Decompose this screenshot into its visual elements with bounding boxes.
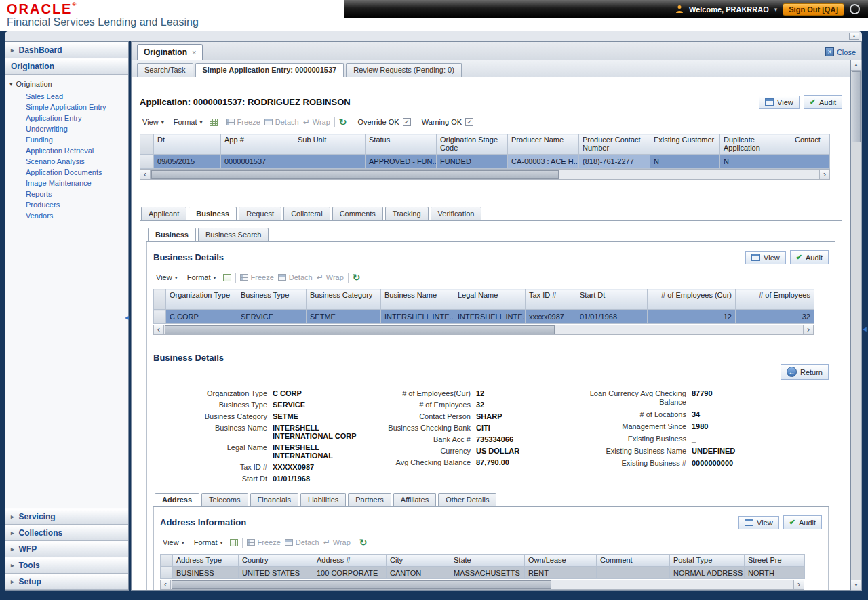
- tab-close-icon[interactable]: ×: [192, 48, 196, 56]
- sidebar-item-simple-application-entry[interactable]: Simple Application Entry: [9, 102, 124, 113]
- view-menu[interactable]: View▾: [153, 272, 180, 283]
- tab-collateral[interactable]: Collateral: [283, 207, 330, 220]
- tab-review-requests[interactable]: Review Requests (Pending: 0): [346, 63, 462, 77]
- column-header[interactable]: City: [387, 555, 450, 567]
- tree-expand-icon[interactable]: ▾: [9, 81, 13, 87]
- sidebar-section-dashboard[interactable]: ▸DashBoard: [5, 42, 128, 58]
- column-header[interactable]: Sub Unit: [294, 134, 366, 155]
- sign-out-button[interactable]: Sign Out [QA]: [783, 3, 844, 16]
- format-menu[interactable]: Format▾: [184, 272, 219, 283]
- audit-button[interactable]: ✔Audit: [790, 250, 829, 264]
- scroll-up-button[interactable]: ▲: [851, 60, 861, 71]
- sidebar-item-reports[interactable]: Reports: [9, 188, 124, 199]
- sidebar-section-setup[interactable]: ▸Setup: [5, 574, 128, 590]
- scrollbar-track[interactable]: [851, 143, 861, 580]
- sidebar-section-servicing[interactable]: ▸Servicing: [5, 508, 128, 525]
- column-header[interactable]: Address Type: [173, 555, 239, 567]
- detach-button[interactable]: Detach: [285, 538, 319, 546]
- tree-root-origination[interactable]: ▾Origination: [9, 80, 124, 88]
- freeze-button[interactable]: Freeze: [226, 118, 260, 126]
- tab-origination-document[interactable]: Origination×: [137, 44, 203, 60]
- tab-other-details[interactable]: Other Details: [438, 493, 496, 506]
- column-header[interactable]: Business Type: [237, 289, 307, 310]
- application-row[interactable]: 09/05/2015 0000001537 APPROVED - FUN... …: [140, 155, 830, 169]
- sidebar-collapse-handle[interactable]: ◀: [125, 315, 129, 321]
- tab-request[interactable]: Request: [239, 207, 281, 220]
- row-selector-cell[interactable]: [140, 155, 154, 169]
- tab-address[interactable]: Address: [155, 493, 199, 506]
- sidebar-item-application-retrieval[interactable]: Application Retrieval: [9, 145, 124, 156]
- scroll-down-button[interactable]: ▼: [851, 580, 861, 590]
- wrap-button[interactable]: ↵Wrap: [303, 117, 330, 127]
- scrollbar-thumb[interactable]: [151, 170, 559, 179]
- scroll-right-button[interactable]: ›: [819, 170, 829, 179]
- sidebar-item-sales-lead[interactable]: Sales Lead: [9, 91, 124, 102]
- tab-search-task[interactable]: Search/Task: [137, 63, 193, 77]
- tab-partners[interactable]: Partners: [348, 493, 391, 506]
- override-ok-checkbox[interactable]: ✓: [403, 118, 411, 126]
- refresh-icon[interactable]: ↻: [359, 538, 368, 547]
- tab-business-search[interactable]: Business Search: [198, 228, 269, 241]
- column-header[interactable]: Tax ID #: [526, 289, 576, 310]
- tab-telecoms[interactable]: Telecoms: [201, 493, 248, 506]
- column-header[interactable]: Own/Lease: [525, 555, 597, 567]
- view-menu[interactable]: View▾: [140, 117, 167, 127]
- export-grid-icon[interactable]: [210, 119, 218, 126]
- tab-comments[interactable]: Comments: [332, 207, 383, 220]
- export-grid-icon[interactable]: [223, 274, 231, 281]
- sidebar-item-application-entry[interactable]: Application Entry: [9, 113, 124, 123]
- tab-liabilities[interactable]: Liabilities: [300, 493, 346, 506]
- row-selector-cell[interactable]: [154, 310, 166, 324]
- column-header[interactable]: Postal Type: [670, 555, 745, 567]
- tab-simple-application-entry[interactable]: Simple Application Entry: 0000001537: [195, 63, 344, 77]
- close-button[interactable]: ×Close: [825, 47, 856, 56]
- business-horizontal-scrollbar[interactable]: ‹ ›: [153, 325, 814, 335]
- tab-business-detail[interactable]: Business: [148, 228, 196, 241]
- application-horizontal-scrollbar[interactable]: ‹ ›: [140, 169, 830, 180]
- sidebar-item-application-documents[interactable]: Application Documents: [9, 167, 124, 178]
- sidebar-item-producers[interactable]: Producers: [9, 199, 124, 210]
- column-header[interactable]: # of Employees: [736, 289, 814, 310]
- warning-ok-checkbox[interactable]: ✓: [465, 118, 473, 126]
- column-header[interactable]: Status: [366, 134, 437, 155]
- user-menu-caret-icon[interactable]: ▾: [774, 6, 778, 13]
- tab-financials[interactable]: Financials: [250, 493, 299, 506]
- wrap-button[interactable]: ↵Wrap: [317, 273, 344, 282]
- audit-button[interactable]: ✔Audit: [783, 515, 822, 529]
- column-header[interactable]: Legal Name: [454, 289, 526, 310]
- column-header[interactable]: Dt: [154, 134, 221, 155]
- format-menu[interactable]: Format▾: [191, 537, 226, 548]
- scrollbar-thumb[interactable]: [165, 325, 555, 334]
- sidebar-section-origination[interactable]: Origination: [5, 58, 128, 75]
- column-header[interactable]: Contact: [791, 134, 830, 155]
- return-button[interactable]: ←Return: [781, 364, 829, 380]
- view-button[interactable]: View: [745, 251, 786, 264]
- sidebar-item-scenario-analysis[interactable]: Scenario Analysis: [9, 156, 124, 167]
- tab-verification[interactable]: Verification: [431, 207, 482, 220]
- scroll-left-button[interactable]: ‹: [161, 580, 171, 589]
- tab-applicant[interactable]: Applicant: [141, 207, 186, 220]
- detach-button[interactable]: Detach: [264, 118, 299, 126]
- column-header[interactable]: Address #: [313, 555, 387, 567]
- scrollbar-track[interactable]: [151, 170, 819, 179]
- business-row[interactable]: C CORP SERVICE SETME INTERSHELL INTE... …: [154, 310, 814, 324]
- view-button[interactable]: View: [738, 516, 779, 529]
- column-header[interactable]: App #: [221, 134, 294, 155]
- audit-button[interactable]: ✔Audit: [804, 95, 842, 109]
- view-menu[interactable]: View▾: [160, 537, 187, 548]
- column-header[interactable]: Origination Stage Code: [437, 134, 508, 155]
- column-header[interactable]: State: [450, 555, 525, 567]
- tab-tracking[interactable]: Tracking: [385, 207, 429, 220]
- panel-collapse-handle[interactable]: ◀: [863, 326, 867, 332]
- sidebar-item-funding[interactable]: Funding: [9, 134, 124, 145]
- scroll-right-button[interactable]: ›: [793, 580, 804, 589]
- column-header[interactable]: Organization Type: [166, 289, 237, 310]
- refresh-icon[interactable]: ↻: [339, 117, 347, 127]
- format-menu[interactable]: Format▾: [171, 117, 205, 127]
- tab-affiliates[interactable]: Affiliates: [393, 493, 436, 506]
- scrollbar-thumb[interactable]: [172, 580, 551, 589]
- column-header[interactable]: Comment: [597, 555, 670, 567]
- sidebar-section-tools[interactable]: ▸Tools: [5, 557, 128, 574]
- column-header[interactable]: Business Name: [381, 289, 454, 310]
- collapse-strip-button[interactable]: ▲: [849, 33, 859, 40]
